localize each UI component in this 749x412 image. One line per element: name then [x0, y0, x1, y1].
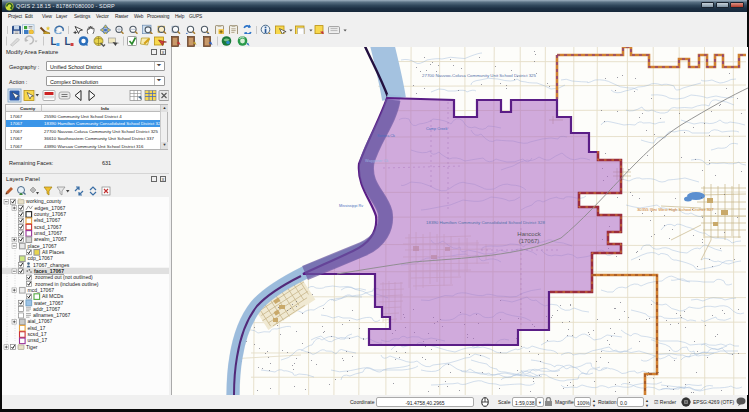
svg-text:(17067): (17067) [519, 238, 540, 244]
svg-text:allnames_17067: allnames_17067 [33, 312, 71, 318]
svg-text:17067_changes: 17067_changes [33, 262, 70, 268]
svg-text:arealm_17067: arealm_17067 [34, 236, 67, 242]
svg-text:Waggoner Ck: Waggoner Ck [365, 159, 388, 163]
svg-text:elsd_17: elsd_17 [28, 325, 46, 331]
svg-text:18390 Hamilton Community Conso: 18390 Hamilton Community Consolidated Sc… [426, 220, 545, 225]
svg-text:addr_17067: addr_17067 [33, 306, 60, 312]
svg-text:zoomed in (includes outline): zoomed in (includes outline) [35, 281, 99, 287]
svg-text:All MCDs: All MCDs [42, 293, 64, 299]
svg-text:mcd_17067: mcd_17067 [28, 287, 55, 293]
svg-text:elsd_17067: elsd_17067 [34, 217, 61, 223]
svg-text:unsd_17: unsd_17 [28, 337, 48, 343]
svg-text:unsd_17067: unsd_17067 [34, 230, 62, 236]
svg-text:scsd_17: scsd_17 [28, 331, 47, 337]
svg-text:county_17067: county_17067 [34, 211, 66, 217]
svg-text:faces_17067: faces_17067 [34, 268, 64, 274]
svg-text:water_17067: water_17067 [34, 300, 64, 306]
svg-text:aial_17067: aial_17067 [28, 318, 53, 324]
svg-text:All Places: All Places [42, 249, 65, 255]
svg-text:Tiger: Tiger [26, 344, 38, 350]
svg-text:Sonora Ck: Sonora Ck [377, 134, 395, 138]
svg-text:working_county: working_county [26, 198, 62, 204]
svg-text:zoomed out (not outlined): zoomed out (not outlined) [35, 274, 93, 280]
svg-text:30355 Illini West High School: 30355 Illini West High School District 3… [637, 207, 714, 212]
svg-text:27700 Nauvoo-Colusa Community: 27700 Nauvoo-Colusa Community Unit Schoo… [422, 73, 537, 78]
svg-text:edges_17067: edges_17067 [35, 205, 66, 211]
svg-text:Hancock: Hancock [517, 231, 541, 237]
svg-text:Mississippi Rv: Mississippi Rv [339, 204, 363, 208]
svg-text:L: L [65, 36, 71, 47]
svg-text:place_17067: place_17067 [28, 243, 57, 249]
svg-text:scsd_17067: scsd_17067 [34, 224, 62, 230]
svg-text:cdp_17067: cdp_17067 [28, 255, 53, 261]
svg-text:Camp Creek: Camp Creek [426, 127, 447, 131]
svg-text:L: L [51, 36, 57, 47]
